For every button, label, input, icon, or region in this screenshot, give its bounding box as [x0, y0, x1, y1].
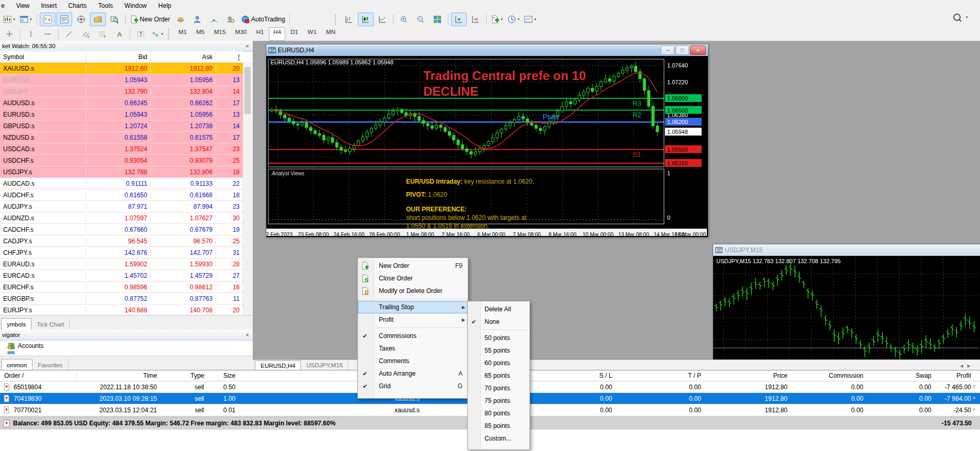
timeframe-m30-button[interactable]: M30: [231, 27, 251, 41]
timeframe-h1-button[interactable]: H1: [252, 27, 268, 41]
orders-column-order[interactable]: Order /: [4, 370, 67, 381]
vertical-line-tool[interactable]: [23, 27, 39, 41]
trailing-submenu-item-85-points[interactable]: 85 points: [468, 420, 530, 432]
menu-item-insert[interactable]: Insert: [35, 1, 62, 11]
orders-column-profit[interactable]: Profit: [931, 370, 971, 381]
orders-column-commission[interactable]: Commission: [787, 370, 863, 381]
profiles-button[interactable]: ▼: [18, 13, 34, 26]
mw-row-eurusd.s[interactable]: EURUSD.s1.059431.0595613: [0, 109, 243, 120]
mw-row-audcad.s[interactable]: AUDCAD.s0.911110.9113322: [0, 178, 243, 189]
strategy-tester-button[interactable]: [107, 13, 122, 26]
navigator-tab-ommon[interactable]: ommon: [1, 359, 32, 370]
shapes-tool[interactable]: ▼: [150, 27, 165, 41]
mw-column-header-ask[interactable]: Ask: [151, 51, 216, 62]
line-chart-button[interactable]: [375, 13, 390, 26]
toolbar-overflow-chevron-icon[interactable]: ▾: [966, 15, 968, 19]
context-menu-item-modify-or-delete-order[interactable]: Modify or Delete Order: [358, 285, 468, 297]
mw-tab-ymbols[interactable]: ymbols: [1, 318, 31, 330]
periods-button[interactable]: ▼: [506, 13, 522, 26]
timeframe-h4-button[interactable]: H4: [269, 27, 285, 41]
context-menu-item-trailing-stop[interactable]: Trailing Stop▶: [358, 301, 468, 313]
mw-row-nzdusd.s[interactable]: NZDUSD.s0.615580.6157517: [0, 132, 243, 143]
mw-row-euraud.s[interactable]: EURAUD.s1.599021.5993028: [0, 258, 243, 270]
mw-column-header-spread[interactable]: !: [216, 51, 243, 62]
auto-scroll-button[interactable]: [451, 13, 467, 26]
mw-row-eurjpy.s[interactable]: EURJPY.s140.688140.70820: [0, 305, 243, 316]
mw-row-usdcad.s[interactable]: USDCAD.s1.375241.3754723: [0, 143, 243, 155]
terminal-button[interactable]: [90, 13, 106, 26]
context-menu-item-profit[interactable]: Profit▶: [358, 313, 468, 326]
mw-row-cadjpy.s[interactable]: CADJPY.s96.54596.57025: [0, 235, 243, 247]
chart-window-eurusd-titlebar[interactable]: EURUSD,H4 ─ □ ×: [266, 44, 708, 56]
context-menu-item-taxes[interactable]: Taxes: [358, 342, 468, 355]
zoom-in-button[interactable]: [396, 13, 412, 26]
market-watch-header[interactable]: ket Watch: 06:55:30 ×: [0, 41, 253, 52]
label-tool[interactable]: T: [133, 27, 149, 41]
mw-row-usdjpy.s[interactable]: USDJPY.s132.788132.80618: [0, 166, 243, 178]
orders-column-tp[interactable]: T / P: [612, 370, 701, 381]
metaeditor-button[interactable]: [173, 13, 188, 26]
text-tool[interactable]: A: [111, 27, 127, 41]
mw-column-header-symbol[interactable]: Symbol: [0, 51, 86, 62]
mw-row-eurchf.s[interactable]: EURCHF.s0.985960.9861216: [0, 281, 243, 293]
close-icon[interactable]: ×: [244, 43, 251, 49]
trailing-submenu-item-delete-all[interactable]: Delete All: [468, 303, 530, 315]
context-menu-item-auto-arrange[interactable]: ✔Auto ArrangeA: [358, 367, 468, 380]
mw-tab-tick-chart[interactable]: Tick Chart: [31, 319, 70, 330]
timeframe-m15-button[interactable]: M15: [210, 27, 230, 41]
autotrading-button[interactable]: AutoTrading: [240, 13, 287, 26]
navigator-button[interactable]: [73, 13, 89, 26]
trailing-submenu-item-80-points[interactable]: 80 points: [468, 407, 530, 420]
mw-row-audchf.s[interactable]: AUDCHF.s0.616500.6166818: [0, 189, 243, 201]
new-order-button[interactable]: New Order: [128, 13, 172, 26]
zoom-out-button[interactable]: [413, 13, 429, 26]
trailing-submenu-item-70-points[interactable]: 70 points: [468, 382, 530, 394]
indicators-button[interactable]: ▼: [489, 13, 505, 26]
orders-column-type[interactable]: Type: [157, 370, 204, 381]
menu-item-help[interactable]: Help: [153, 1, 177, 11]
maximize-icon[interactable]: □: [675, 46, 689, 55]
tile-windows-button[interactable]: [430, 13, 445, 26]
community-button[interactable]: [189, 13, 205, 26]
timeframe-w1-button[interactable]: W1: [303, 27, 321, 41]
context-menu-item-comments[interactable]: Comments: [358, 355, 468, 367]
mw-row-audusd.s[interactable]: AUDUSD.s0.662450.6626217: [0, 97, 243, 109]
data-window-button[interactable]: [57, 13, 72, 26]
menu-item-e[interactable]: e: [0, 1, 10, 11]
trailing-submenu-item-custom-[interactable]: Custom...: [468, 432, 530, 445]
candlestick-button[interactable]: [358, 13, 374, 26]
close-icon[interactable]: ×: [244, 332, 251, 338]
menu-item-view[interactable]: View: [10, 1, 36, 11]
mw-row-audnzd.s[interactable]: AUDNZD.s1.075971.0762730: [0, 212, 243, 224]
chart-tab-eurusd-h4[interactable]: EURUSD,H4: [255, 360, 301, 370]
mw-row-eurcad.s[interactable]: EURCAD.s1.457021.4572927: [0, 270, 243, 281]
mw-row-xauusd.s[interactable]: XAUUSD.s1912.601912.8020: [0, 63, 243, 74]
menu-item-charts[interactable]: Charts: [63, 1, 93, 11]
chart-tab-usdjpy-m15[interactable]: USDJPY,M15: [301, 360, 348, 370]
eurusd-chart-area[interactable]: R3R2PivotS1Trading Central prefe on 10DE…: [266, 56, 708, 237]
trailing-submenu-item-75-points[interactable]: 75 points: [468, 394, 530, 407]
mw-row-audjpy.s[interactable]: AUDJPY.s87.97187.99423: [0, 201, 243, 212]
timeframe-mn-button[interactable]: MN: [322, 27, 340, 41]
orders-column-price[interactable]: Price: [701, 370, 787, 381]
mw-row-usdjpy[interactable]: USDJPY132.790132.80414: [0, 86, 243, 97]
market-watch-scrollbar[interactable]: [243, 63, 252, 315]
orders-column-size[interactable]: Size: [204, 370, 235, 381]
equidistant-channel-tool[interactable]: E: [78, 27, 94, 41]
trailing-submenu-item-65-points[interactable]: 65 points: [468, 369, 530, 382]
signals-button[interactable]: [206, 13, 222, 26]
orders-column-swap[interactable]: Swap: [863, 370, 931, 381]
new-chart-button[interactable]: ▼: [2, 13, 17, 26]
options-button[interactable]: [223, 13, 239, 26]
chart-window-usdjpy-titlebar[interactable]: USDJPY,M15: [713, 244, 980, 256]
context-menu-item-close-order[interactable]: Close Order: [358, 272, 468, 285]
navigator-item-accounts[interactable]: Accounts: [0, 341, 253, 351]
trailing-submenu-item-55-points[interactable]: 55 points: [468, 344, 530, 357]
templates-button[interactable]: ▼: [523, 13, 538, 26]
close-icon[interactable]: ×: [690, 46, 706, 55]
menu-item-tools[interactable]: Tools: [93, 1, 119, 11]
market-watch-button[interactable]: [40, 13, 55, 26]
context-menu-item-commissions[interactable]: ✔Commissions: [358, 330, 468, 342]
mw-row-cadchf.s[interactable]: CADCHF.s0.676600.6767919: [0, 224, 243, 235]
trailing-submenu-item-50-points[interactable]: 50 points: [468, 332, 530, 344]
